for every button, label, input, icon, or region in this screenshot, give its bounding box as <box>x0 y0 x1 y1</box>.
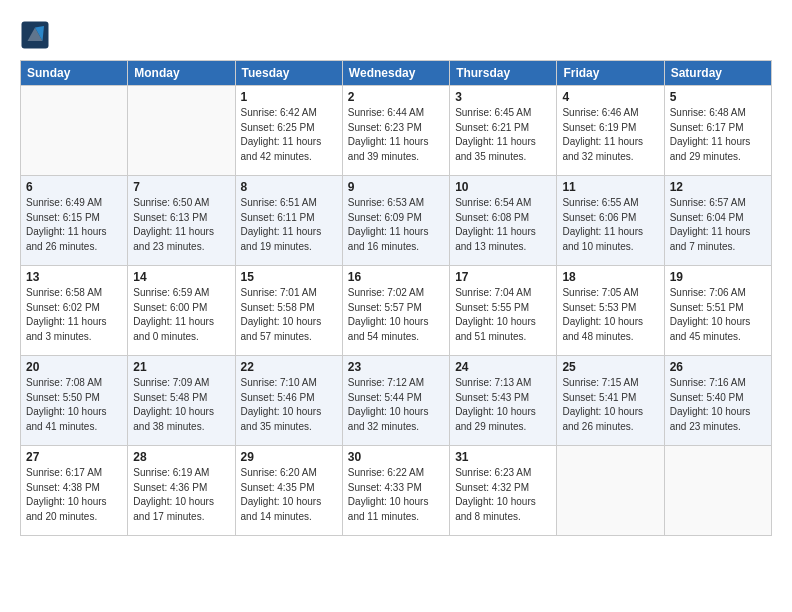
day-info: Sunrise: 6:57 AMSunset: 6:04 PMDaylight:… <box>670 196 766 254</box>
day-info: Sunrise: 6:23 AMSunset: 4:32 PMDaylight:… <box>455 466 551 524</box>
day-info-line: Sunrise: 7:12 AM <box>348 376 444 391</box>
day-info-line: Sunset: 6:08 PM <box>455 211 551 226</box>
day-info-line: Daylight: 10 hours and 38 minutes. <box>133 405 229 434</box>
day-info-line: Daylight: 11 hours and 26 minutes. <box>26 225 122 254</box>
calendar-cell <box>128 86 235 176</box>
day-info-line: Sunrise: 7:10 AM <box>241 376 337 391</box>
day-info-line: Sunset: 4:36 PM <box>133 481 229 496</box>
day-info-line: Daylight: 11 hours and 35 minutes. <box>455 135 551 164</box>
day-info-line: Sunrise: 6:54 AM <box>455 196 551 211</box>
calendar-cell: 30Sunrise: 6:22 AMSunset: 4:33 PMDayligh… <box>342 446 449 536</box>
day-info-line: Daylight: 11 hours and 3 minutes. <box>26 315 122 344</box>
day-info: Sunrise: 6:46 AMSunset: 6:19 PMDaylight:… <box>562 106 658 164</box>
day-info: Sunrise: 7:01 AMSunset: 5:58 PMDaylight:… <box>241 286 337 344</box>
calendar-cell: 17Sunrise: 7:04 AMSunset: 5:55 PMDayligh… <box>450 266 557 356</box>
day-info: Sunrise: 6:51 AMSunset: 6:11 PMDaylight:… <box>241 196 337 254</box>
day-info: Sunrise: 7:09 AMSunset: 5:48 PMDaylight:… <box>133 376 229 434</box>
day-info-line: Sunset: 4:32 PM <box>455 481 551 496</box>
day-info-line: Sunset: 5:53 PM <box>562 301 658 316</box>
day-info-line: Sunrise: 6:48 AM <box>670 106 766 121</box>
day-of-week-header: Tuesday <box>235 61 342 86</box>
calendar-week-row: 6Sunrise: 6:49 AMSunset: 6:15 PMDaylight… <box>21 176 772 266</box>
calendar-week-row: 20Sunrise: 7:08 AMSunset: 5:50 PMDayligh… <box>21 356 772 446</box>
calendar-cell: 22Sunrise: 7:10 AMSunset: 5:46 PMDayligh… <box>235 356 342 446</box>
day-info-line: Daylight: 11 hours and 42 minutes. <box>241 135 337 164</box>
day-info-line: Daylight: 10 hours and 20 minutes. <box>26 495 122 524</box>
day-number: 31 <box>455 450 551 464</box>
day-info-line: Daylight: 10 hours and 14 minutes. <box>241 495 337 524</box>
day-info-line: Daylight: 10 hours and 48 minutes. <box>562 315 658 344</box>
day-info-line: Daylight: 10 hours and 17 minutes. <box>133 495 229 524</box>
calendar-cell: 10Sunrise: 6:54 AMSunset: 6:08 PMDayligh… <box>450 176 557 266</box>
day-info-line: Sunset: 4:33 PM <box>348 481 444 496</box>
day-info: Sunrise: 7:10 AMSunset: 5:46 PMDaylight:… <box>241 376 337 434</box>
day-info-line: Daylight: 11 hours and 29 minutes. <box>670 135 766 164</box>
day-info-line: Daylight: 11 hours and 13 minutes. <box>455 225 551 254</box>
day-info-line: Sunset: 5:48 PM <box>133 391 229 406</box>
calendar-cell: 27Sunrise: 6:17 AMSunset: 4:38 PMDayligh… <box>21 446 128 536</box>
calendar-cell: 3Sunrise: 6:45 AMSunset: 6:21 PMDaylight… <box>450 86 557 176</box>
calendar-cell: 7Sunrise: 6:50 AMSunset: 6:13 PMDaylight… <box>128 176 235 266</box>
day-number: 28 <box>133 450 229 464</box>
day-number: 21 <box>133 360 229 374</box>
day-info: Sunrise: 6:55 AMSunset: 6:06 PMDaylight:… <box>562 196 658 254</box>
day-info: Sunrise: 6:22 AMSunset: 4:33 PMDaylight:… <box>348 466 444 524</box>
day-info-line: Sunset: 6:13 PM <box>133 211 229 226</box>
calendar-week-row: 27Sunrise: 6:17 AMSunset: 4:38 PMDayligh… <box>21 446 772 536</box>
day-info: Sunrise: 6:48 AMSunset: 6:17 PMDaylight:… <box>670 106 766 164</box>
day-info-line: Sunrise: 7:05 AM <box>562 286 658 301</box>
day-info-line: Sunrise: 6:17 AM <box>26 466 122 481</box>
calendar-cell: 11Sunrise: 6:55 AMSunset: 6:06 PMDayligh… <box>557 176 664 266</box>
day-info: Sunrise: 6:53 AMSunset: 6:09 PMDaylight:… <box>348 196 444 254</box>
day-info-line: Sunset: 6:04 PM <box>670 211 766 226</box>
day-info: Sunrise: 7:16 AMSunset: 5:40 PMDaylight:… <box>670 376 766 434</box>
day-info-line: Sunset: 4:38 PM <box>26 481 122 496</box>
day-info-line: Sunset: 4:35 PM <box>241 481 337 496</box>
calendar-cell: 23Sunrise: 7:12 AMSunset: 5:44 PMDayligh… <box>342 356 449 446</box>
day-info-line: Sunrise: 7:04 AM <box>455 286 551 301</box>
day-info-line: Sunrise: 7:02 AM <box>348 286 444 301</box>
day-info-line: Daylight: 10 hours and 32 minutes. <box>348 405 444 434</box>
calendar-cell <box>557 446 664 536</box>
day-number: 29 <box>241 450 337 464</box>
calendar-cell: 8Sunrise: 6:51 AMSunset: 6:11 PMDaylight… <box>235 176 342 266</box>
day-number: 15 <box>241 270 337 284</box>
day-number: 16 <box>348 270 444 284</box>
day-of-week-header: Saturday <box>664 61 771 86</box>
day-info: Sunrise: 6:50 AMSunset: 6:13 PMDaylight:… <box>133 196 229 254</box>
day-info-line: Sunset: 5:46 PM <box>241 391 337 406</box>
day-number: 14 <box>133 270 229 284</box>
day-info-line: Sunset: 6:19 PM <box>562 121 658 136</box>
day-number: 25 <box>562 360 658 374</box>
day-info-line: Sunrise: 6:51 AM <box>241 196 337 211</box>
day-info-line: Sunset: 5:58 PM <box>241 301 337 316</box>
day-info-line: Daylight: 11 hours and 10 minutes. <box>562 225 658 254</box>
day-of-week-header: Wednesday <box>342 61 449 86</box>
calendar-cell: 2Sunrise: 6:44 AMSunset: 6:23 PMDaylight… <box>342 86 449 176</box>
day-number: 27 <box>26 450 122 464</box>
day-info-line: Sunset: 6:00 PM <box>133 301 229 316</box>
day-number: 7 <box>133 180 229 194</box>
day-info-line: Sunrise: 6:50 AM <box>133 196 229 211</box>
day-info-line: Sunrise: 6:58 AM <box>26 286 122 301</box>
day-number: 19 <box>670 270 766 284</box>
day-info-line: Sunrise: 7:01 AM <box>241 286 337 301</box>
day-info-line: Daylight: 10 hours and 41 minutes. <box>26 405 122 434</box>
day-info-line: Daylight: 10 hours and 8 minutes. <box>455 495 551 524</box>
day-info: Sunrise: 6:42 AMSunset: 6:25 PMDaylight:… <box>241 106 337 164</box>
day-info: Sunrise: 7:15 AMSunset: 5:41 PMDaylight:… <box>562 376 658 434</box>
day-info: Sunrise: 6:17 AMSunset: 4:38 PMDaylight:… <box>26 466 122 524</box>
day-info-line: Sunrise: 7:13 AM <box>455 376 551 391</box>
day-info-line: Daylight: 11 hours and 0 minutes. <box>133 315 229 344</box>
day-number: 5 <box>670 90 766 104</box>
day-info: Sunrise: 6:49 AMSunset: 6:15 PMDaylight:… <box>26 196 122 254</box>
day-info-line: Daylight: 11 hours and 19 minutes. <box>241 225 337 254</box>
calendar-cell: 9Sunrise: 6:53 AMSunset: 6:09 PMDaylight… <box>342 176 449 266</box>
calendar-cell: 14Sunrise: 6:59 AMSunset: 6:00 PMDayligh… <box>128 266 235 356</box>
day-info-line: Daylight: 10 hours and 29 minutes. <box>455 405 551 434</box>
day-info-line: Sunset: 6:06 PM <box>562 211 658 226</box>
day-info-line: Sunset: 6:11 PM <box>241 211 337 226</box>
day-info-line: Sunrise: 6:22 AM <box>348 466 444 481</box>
day-info-line: Sunset: 5:51 PM <box>670 301 766 316</box>
day-info-line: Sunset: 5:44 PM <box>348 391 444 406</box>
